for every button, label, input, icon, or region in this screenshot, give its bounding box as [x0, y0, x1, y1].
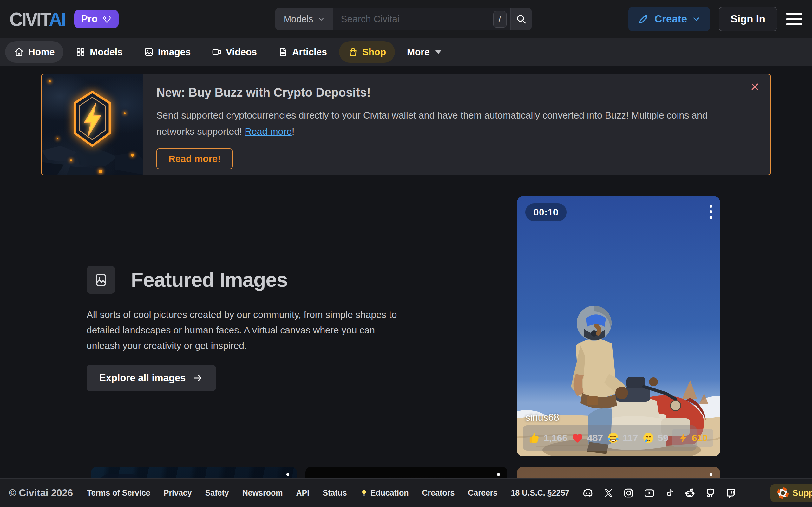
footer-link-api[interactable]: API	[296, 488, 310, 498]
footer-link-careers[interactable]: Careers	[468, 488, 497, 498]
sign-in-button[interactable]: Sign In	[719, 7, 777, 31]
instagram-icon[interactable]	[623, 487, 635, 499]
nav-item-label: More	[407, 47, 430, 57]
crypto-announcement-banner: New: Buy Buzz with Crypto Deposits! Send…	[41, 74, 771, 175]
lightning-bolt-icon	[678, 433, 689, 443]
reaction-laugh[interactable]: 117	[607, 432, 638, 444]
search-bar: Models /	[275, 8, 531, 30]
hamburger-menu-button[interactable]	[786, 12, 803, 26]
lightbulb-icon	[360, 489, 368, 497]
reaction-cry[interactable]: 59	[642, 432, 668, 444]
read-more-button[interactable]: Read more!	[156, 148, 233, 169]
footer-link-newsroom[interactable]: Newsroom	[242, 488, 283, 498]
support-button-label: Support	[793, 488, 812, 498]
reaction-count: 610	[692, 433, 708, 443]
tiktok-icon[interactable]	[664, 487, 675, 499]
nav-item-models[interactable]: Models	[67, 41, 131, 63]
reaction-count: 117	[623, 433, 638, 443]
reaction-buzz[interactable]: 610	[672, 429, 713, 447]
footer-link-label: Education	[370, 488, 409, 498]
featured-section-iconbox	[87, 266, 115, 294]
nav-item-label: Home	[28, 47, 55, 57]
logo-gray-part: CIVIT	[9, 8, 49, 30]
banner-body-text: Send supported cryptocurrencies directly…	[156, 107, 713, 139]
footer-link-safety[interactable]: Safety	[205, 488, 229, 498]
reaction-count: 1,166	[544, 433, 567, 443]
card-options-menu[interactable]	[707, 202, 715, 222]
create-button-label: Create	[654, 13, 687, 25]
search-category-select[interactable]: Models	[275, 8, 333, 30]
banner-close-button[interactable]	[750, 82, 760, 92]
nav-item-label: Videos	[226, 47, 257, 57]
reaction-heart[interactable]: 487	[571, 432, 603, 444]
read-more-link[interactable]: Read more	[245, 126, 292, 136]
lifebuoy-icon	[777, 487, 789, 499]
search-icon	[516, 14, 526, 24]
footer-link-creators[interactable]: Creators	[422, 488, 455, 498]
pro-badge[interactable]: Pro	[74, 10, 119, 28]
footer-link-education[interactable]: Education	[360, 488, 409, 498]
reaction-bar: 1,166 487 117 59 610	[523, 425, 697, 451]
image-icon	[93, 272, 108, 287]
banner-title: New: Buy Buzz with Crypto Deposits!	[156, 86, 713, 100]
nav-item-label: Articles	[292, 47, 327, 57]
nav-item-images[interactable]: Images	[135, 41, 200, 63]
grid-icon	[75, 47, 86, 57]
nav-item-label: Shop	[362, 47, 386, 57]
slash-shortcut-key: /	[493, 11, 507, 27]
x-twitter-icon[interactable]	[603, 487, 614, 499]
featured-images-title: Featured Images	[131, 268, 288, 291]
nav-item-more[interactable]: More	[398, 41, 450, 63]
twitch-icon[interactable]	[725, 487, 737, 499]
card-username[interactable]: sirius68	[525, 412, 559, 424]
explore-all-images-button[interactable]: Explore all images	[87, 365, 216, 391]
thumbs-up-icon	[528, 432, 541, 444]
footer: © Civitai 2026 Terms of Service Privacy …	[0, 478, 812, 507]
close-icon	[750, 82, 760, 92]
main-nav: Home Models Images Videos Articles Shop …	[0, 38, 812, 66]
footer-links: Terms of Service Privacy Safety Newsroom…	[87, 488, 569, 498]
reaction-thumbs-up[interactable]: 1,166	[528, 432, 567, 444]
reaction-count: 487	[587, 433, 603, 443]
featured-images-header: Featured Images	[87, 266, 288, 294]
footer-link-2257[interactable]: 18 U.S.C. §2257	[511, 488, 569, 498]
chevron-down-icon	[318, 15, 325, 22]
nav-item-videos[interactable]: Videos	[203, 41, 266, 63]
support-button[interactable]: Support	[770, 484, 812, 502]
civitai-logo[interactable]: CIVITAI	[9, 8, 65, 30]
buzz-crypto-artwork	[42, 74, 143, 175]
footer-link-status[interactable]: Status	[322, 488, 347, 498]
search-input-wrap: /	[333, 8, 511, 30]
footer-link-privacy[interactable]: Privacy	[164, 488, 192, 498]
banner-body-suffix: !	[292, 126, 294, 136]
discord-icon[interactable]	[582, 487, 594, 499]
video-duration-badge: 00:10	[525, 204, 567, 221]
chevron-down-icon	[692, 15, 700, 23]
copyright-text: © Civitai 2026	[9, 487, 73, 499]
reaction-count: 59	[658, 433, 668, 443]
laughing-emoji-icon	[607, 432, 619, 444]
logo-blue-part: AI	[49, 8, 65, 30]
home-icon	[14, 47, 24, 57]
nav-item-shop[interactable]: Shop	[339, 41, 395, 63]
search-input[interactable]	[334, 8, 510, 30]
article-icon	[278, 47, 288, 57]
featured-image-card[interactable]: 00:10 sirius68 1,166 487 117 59 610	[517, 196, 720, 456]
header-actions: Create Sign In	[628, 7, 803, 31]
brush-icon	[638, 13, 649, 25]
featured-images-description: All sorts of cool pictures created by ou…	[87, 307, 401, 353]
video-camera-icon	[212, 47, 222, 57]
create-button[interactable]: Create	[628, 7, 710, 31]
reddit-icon[interactable]	[684, 487, 696, 499]
civitai-homepage: CIVITAI Pro Models /	[0, 0, 812, 507]
github-icon[interactable]	[705, 487, 716, 499]
nav-item-home[interactable]: Home	[5, 41, 63, 63]
search-button[interactable]	[511, 8, 531, 30]
youtube-icon[interactable]	[643, 487, 655, 499]
buzz-hexagon-graphic	[42, 74, 143, 175]
footer-social-icons	[582, 487, 737, 499]
nav-item-label: Images	[158, 47, 191, 57]
caret-down-icon	[435, 50, 442, 54]
footer-link-terms[interactable]: Terms of Service	[87, 488, 150, 498]
nav-item-articles[interactable]: Articles	[269, 41, 336, 63]
